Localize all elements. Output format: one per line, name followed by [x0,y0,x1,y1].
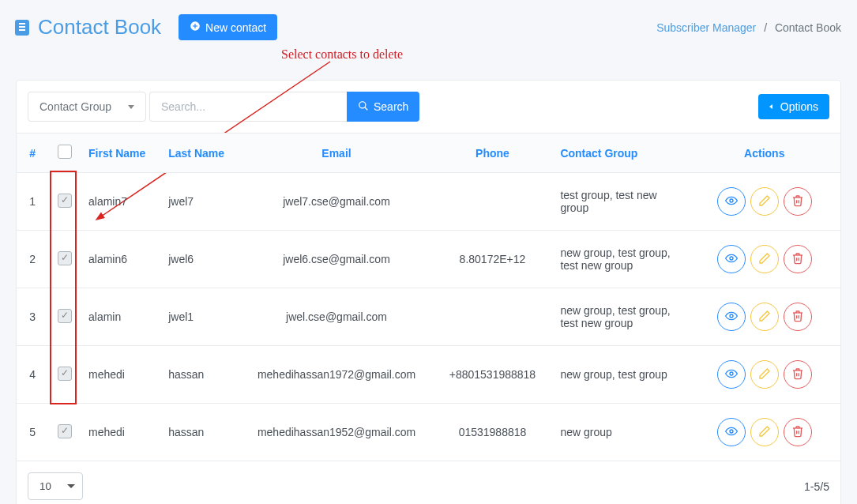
row-checkbox[interactable] [58,251,72,265]
cell-email: mehedihassan1952@gmail.com [241,404,433,461]
table-row: 1alamin7jwel7jwel7.cse@gmail.comtest gro… [17,173,840,231]
delete-button[interactable] [784,303,812,331]
eye-icon [725,194,738,209]
edit-button[interactable] [750,303,779,331]
view-button[interactable] [717,245,746,273]
row-index: 5 [17,404,49,461]
cell-last-name: hassan [160,346,240,404]
th-first-name[interactable]: First Name [81,134,160,173]
cell-first-name: alamin [81,288,160,346]
cell-last-name: jwel1 [160,288,240,346]
row-checkbox[interactable] [58,424,72,438]
row-checkbox[interactable] [58,309,72,323]
th-index[interactable]: # [17,134,49,173]
row-index: 3 [17,288,49,346]
svg-point-10 [730,199,733,202]
cell-contact-group: new group [552,404,688,461]
view-button[interactable] [717,303,746,331]
breadcrumb-current: Contact Book [775,21,841,34]
cell-contact-group: test group, test new group [552,173,688,231]
trash-icon [791,252,804,267]
th-select [49,134,81,173]
cell-phone [433,288,553,346]
edit-button[interactable] [750,187,779,216]
table-row: 3alaminjwel1jwel.cse@gmail.comnew group,… [17,288,840,346]
pencil-icon [758,367,771,382]
chevron-down-icon [128,105,134,109]
content-card: Contact Group Search Options [16,80,841,504]
cell-email: mehedihassan1972@gmail.com [241,346,433,404]
select-all-checkbox[interactable] [58,145,72,159]
book-icon [13,18,32,37]
delete-button[interactable] [784,187,812,216]
th-actions: Actions [689,134,840,173]
cell-first-name: alamin7 [81,173,160,231]
view-button[interactable] [717,360,746,389]
edit-button[interactable] [750,360,779,389]
delete-button[interactable] [784,245,812,273]
page-title-text: Contact Book [38,15,161,39]
contacts-table: # First Name Last Name Email Phone Conta… [17,133,840,461]
search-button-label: Search [374,100,408,113]
row-checkbox[interactable] [58,194,72,208]
table-row: 4mehedihassanmehedihassan1972@gmail.com+… [17,346,840,404]
search-input[interactable] [149,92,347,122]
annotation-text: Select contacts to delete [281,47,403,62]
svg-point-8 [359,101,366,107]
edit-button[interactable] [750,418,779,446]
pencil-icon [758,252,771,267]
breadcrumb-parent[interactable]: Subscriber Manager [656,21,756,34]
th-contact-group[interactable]: Contact Group [552,134,688,173]
th-phone[interactable]: Phone [433,134,553,173]
th-email[interactable]: Email [241,134,433,173]
cell-first-name: mehedi [81,346,160,404]
caret-left-icon [769,104,772,109]
row-index: 4 [17,346,49,404]
cell-contact-group: new group, test group [552,346,688,404]
contact-group-select[interactable]: Contact Group [28,92,146,122]
svg-point-12 [730,314,733,318]
page-title: Contact Book [13,15,161,39]
trash-icon [791,425,804,440]
eye-icon [725,310,738,325]
cell-phone: 8.80172E+12 [433,231,553,288]
cell-phone [433,173,553,231]
table-row: 2alamin6jwel6jwel6.cse@gmail.com8.80172E… [17,231,840,288]
eye-icon [725,425,738,440]
row-index: 1 [17,173,49,231]
svg-point-11 [730,257,733,260]
cell-email: jwel7.cse@gmail.com [241,173,433,231]
pencil-icon [758,425,771,440]
pencil-icon [758,310,771,325]
row-checkbox[interactable] [58,367,72,381]
options-button-label: Options [780,100,818,113]
delete-button[interactable] [784,418,812,446]
options-button[interactable]: Options [758,94,829,119]
new-contact-button[interactable]: New contact [179,14,277,40]
cell-first-name: mehedi [81,404,160,461]
delete-button[interactable] [784,360,812,389]
trash-icon [791,310,804,325]
cell-contact-group: new group, test group, test new group [552,288,688,346]
cell-last-name: jwel7 [160,173,240,231]
pencil-icon [758,194,771,209]
row-index: 2 [17,231,49,288]
page-size-select[interactable]: 10 [28,472,83,500]
trash-icon [791,367,804,382]
view-button[interactable] [717,187,746,216]
cell-last-name: jwel6 [160,231,240,288]
eye-icon [725,367,738,382]
search-button[interactable]: Search [347,92,419,122]
eye-icon [725,252,738,267]
svg-point-13 [730,372,733,375]
contact-group-select-label: Contact Group [39,100,111,113]
svg-line-9 [365,107,368,110]
edit-button[interactable] [750,245,779,273]
th-last-name[interactable]: Last Name [160,134,240,173]
cell-phone: 01531988818 [433,404,553,461]
view-button[interactable] [717,418,746,446]
cell-phone: +8801531988818 [433,346,553,404]
breadcrumb-sep: / [764,21,767,34]
cell-contact-group: new group, test group, test new group [552,231,688,288]
cell-email: jwel6.cse@gmail.com [241,231,433,288]
